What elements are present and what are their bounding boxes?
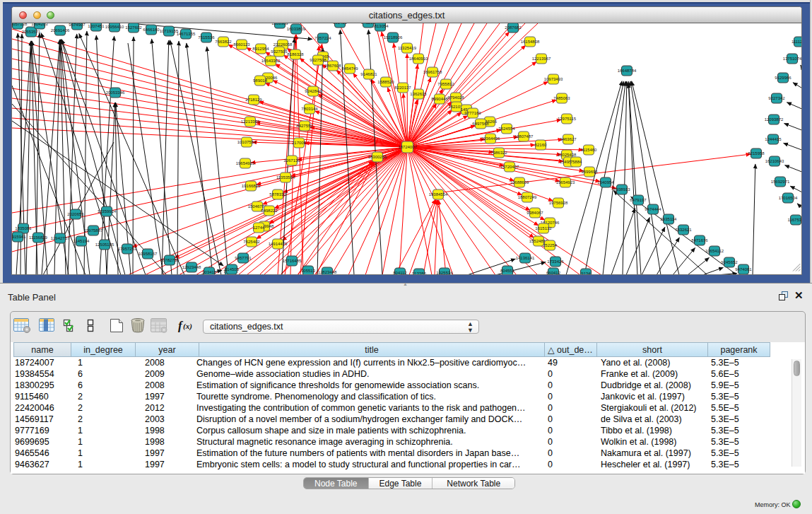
svg-text:12213369: 12213369 — [241, 119, 260, 124]
svg-text:16033809: 16033809 — [287, 27, 306, 31]
svg-text:8454749: 8454749 — [341, 66, 358, 71]
svg-text:14671355: 14671355 — [177, 32, 196, 36]
svg-text:1244415: 1244415 — [765, 137, 782, 141]
svg-text:12744: 12744 — [253, 226, 265, 230]
svg-text:11353594: 11353594 — [276, 175, 295, 180]
svg-text:16210643: 16210643 — [765, 159, 784, 163]
svg-text:1111240: 1111240 — [792, 40, 801, 44]
svg-text:9777169: 9777169 — [464, 111, 481, 115]
svg-text:19756928: 19756928 — [549, 201, 568, 205]
svg-text:16543362: 16543362 — [261, 59, 281, 63]
svg-text:1362615: 1362615 — [410, 92, 427, 96]
svg-text:20364436: 20364436 — [481, 136, 500, 141]
svg-text:6479197: 6479197 — [630, 198, 647, 202]
svg-text:9134: 9134 — [581, 271, 591, 275]
svg-text:15692971: 15692971 — [771, 180, 790, 184]
svg-text:19975887: 19975887 — [84, 228, 103, 233]
svg-text:10025438: 10025438 — [558, 153, 577, 157]
svg-text:12975115: 12975115 — [558, 117, 577, 121]
svg-text:19654923: 19654923 — [556, 180, 575, 185]
svg-text:989014: 989014 — [253, 78, 268, 83]
svg-text:2020655: 2020655 — [67, 212, 84, 216]
svg-text:9474061: 9474061 — [735, 267, 752, 271]
svg-text:9474444: 9474444 — [645, 207, 661, 211]
svg-text:17359924: 17359924 — [98, 209, 117, 214]
svg-text:8938913: 8938913 — [613, 187, 630, 192]
svg-text:8220137: 8220137 — [394, 86, 411, 90]
svg-text:9227342: 9227342 — [768, 96, 785, 100]
svg-text:7663822: 7663822 — [215, 40, 232, 44]
svg-text:18640910: 18640910 — [409, 57, 428, 61]
svg-text:18300295: 18300295 — [368, 155, 387, 159]
svg-text:9457791: 9457791 — [235, 256, 252, 260]
svg-text:5498222: 5498222 — [261, 209, 278, 213]
svg-text:20053346: 20053346 — [106, 90, 125, 95]
svg-text:1145194: 1145194 — [73, 239, 90, 243]
svg-text:12923448: 12923448 — [182, 265, 201, 269]
svg-text:2087682: 2087682 — [505, 25, 522, 30]
svg-text:14914479: 14914479 — [269, 242, 288, 246]
svg-text:16057128: 16057128 — [12, 23, 28, 26]
svg-text:7485063: 7485063 — [553, 96, 570, 100]
svg-text:5878332: 5878332 — [269, 192, 286, 197]
svg-text:8912954: 8912954 — [252, 47, 269, 51]
svg-text:8427552: 8427552 — [296, 124, 313, 128]
svg-text:903411: 903411 — [202, 270, 216, 274]
svg-text:8215958: 8215958 — [748, 151, 765, 156]
svg-text:9699695: 9699695 — [581, 170, 598, 174]
svg-text:20691406: 20691406 — [51, 28, 70, 33]
svg-text:9129966: 9129966 — [775, 76, 792, 80]
svg-text:3915941: 3915941 — [12, 235, 26, 239]
svg-text:7955812: 7955812 — [437, 82, 454, 86]
svg-text:1167533: 1167533 — [788, 218, 801, 222]
svg-text:14136141: 14136141 — [516, 256, 535, 260]
svg-text:12093872: 12093872 — [765, 117, 784, 122]
svg-text:9463627: 9463627 — [560, 137, 577, 141]
svg-text:7803144: 7803144 — [301, 107, 318, 111]
svg-text:804112: 804112 — [393, 271, 407, 275]
svg-text:15720407: 15720407 — [500, 165, 519, 169]
svg-text:995410: 995410 — [333, 23, 348, 25]
svg-text:16154808: 16154808 — [521, 40, 540, 44]
svg-text:1733426: 1733426 — [547, 259, 564, 264]
svg-text:9115460: 9115460 — [581, 148, 598, 152]
svg-text:660412: 660412 — [546, 271, 561, 275]
svg-text:11325419: 11325419 — [398, 46, 417, 50]
svg-text:10654112: 10654112 — [705, 249, 724, 253]
svg-text:8186328: 8186328 — [287, 52, 304, 57]
svg-text:10973493: 10973493 — [544, 77, 563, 81]
svg-text:7632621: 7632621 — [675, 228, 692, 232]
svg-text:16961758: 16961758 — [423, 70, 442, 74]
svg-text:1804203: 1804203 — [31, 23, 48, 26]
svg-text:1207451: 1207451 — [88, 24, 105, 28]
svg-text:6497568: 6497568 — [472, 122, 489, 126]
svg-text:905513: 905513 — [301, 269, 316, 273]
svg-text:1203909: 1203909 — [271, 23, 288, 25]
svg-text:1527602: 1527602 — [125, 25, 142, 30]
svg-text:62160: 62160 — [535, 143, 547, 147]
svg-text:16782759: 16782759 — [160, 258, 180, 262]
svg-text:12823448: 12823448 — [318, 270, 337, 274]
svg-text:217006: 217006 — [292, 141, 307, 145]
svg-text:2718129: 2718129 — [245, 98, 262, 102]
svg-text:18807249: 18807249 — [518, 195, 537, 199]
svg-text:9146821: 9146821 — [360, 72, 377, 76]
svg-text:19654925: 19654925 — [236, 161, 255, 165]
svg-text:7986322: 7986322 — [490, 151, 507, 155]
svg-text:18724007: 18724007 — [398, 145, 417, 149]
svg-text:19956410: 19956410 — [105, 25, 124, 29]
svg-text:15716485: 15716485 — [283, 259, 302, 263]
svg-text:10107554: 10107554 — [237, 140, 257, 144]
svg-text:8990448: 8990448 — [431, 97, 448, 101]
svg-text:23226058: 23226058 — [273, 42, 293, 47]
svg-text:6794028: 6794028 — [447, 95, 464, 100]
svg-text:17016504: 17016504 — [779, 196, 798, 200]
svg-text:1640954: 1640954 — [597, 180, 614, 185]
svg-text:7515536: 7515536 — [198, 35, 215, 40]
svg-text:252254: 252254 — [543, 243, 558, 247]
svg-text:12505135: 12505135 — [95, 243, 114, 247]
svg-text:8471676: 8471676 — [691, 238, 708, 243]
svg-text:20553571: 20553571 — [22, 30, 41, 34]
svg-text:9674907: 9674907 — [69, 23, 86, 27]
svg-text:10688609: 10688609 — [510, 180, 529, 185]
